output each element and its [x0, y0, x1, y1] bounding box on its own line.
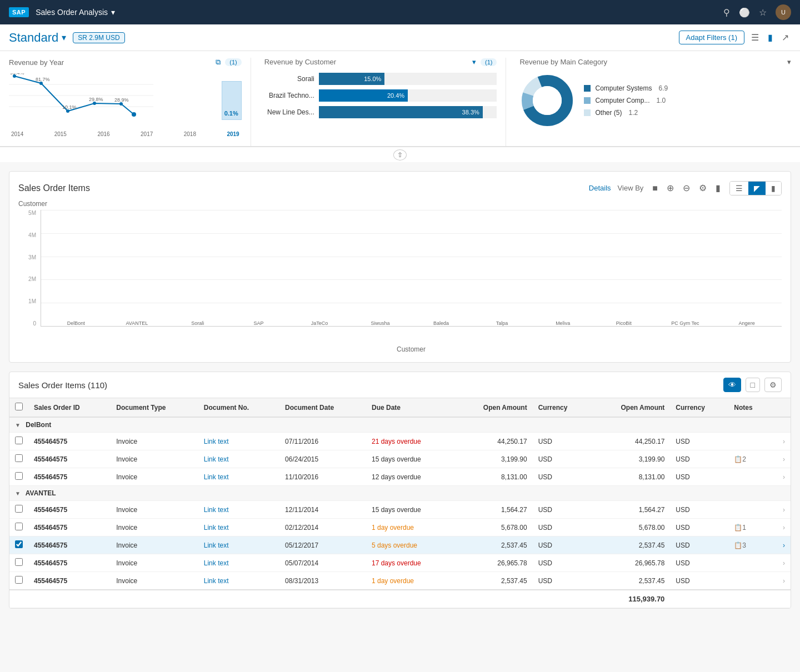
row-docdate: 06/24/2015	[279, 450, 366, 468]
zoom-out-icon[interactable]: ⊖	[681, 180, 692, 195]
row-type: Invoice	[111, 554, 198, 572]
doc-link[interactable]: Link text	[204, 559, 229, 567]
col-due-date: Due Date	[366, 398, 453, 417]
bar-delbont: DelBont	[63, 319, 89, 326]
avantel-expand-icon[interactable]: ▼	[15, 490, 21, 497]
collapse-icon: ⇧	[393, 149, 407, 161]
eye-button[interactable]: 👁	[723, 378, 741, 392]
bar-sorali: Sorali	[184, 319, 211, 326]
col-arrow	[771, 398, 791, 417]
eye-slash-button[interactable]: □	[746, 378, 760, 392]
app-title-chevron[interactable]: ▾	[111, 8, 115, 17]
revenue-by-category-panel: Revenue by Main Category ▾	[506, 58, 791, 146]
table-actions: 👁 □ ⚙	[723, 378, 782, 392]
category-chevron[interactable]: ▾	[787, 58, 791, 66]
row-arrow-icon[interactable]: ›	[783, 559, 785, 567]
view-title: Standard	[9, 31, 58, 45]
doc-link[interactable]: Link text	[204, 438, 229, 445]
row-arrow-icon[interactable]: ›	[783, 577, 785, 585]
doc-link[interactable]: Link text	[204, 473, 229, 481]
row-check-5[interactable]	[15, 523, 23, 530]
row-arrow-icon[interactable]: ›	[783, 524, 785, 531]
total-spacer	[9, 590, 591, 608]
avatar[interactable]: U	[776, 4, 791, 20]
revenue-by-year-panel: Revenue by Year ⧉ (1) 0.1%	[9, 58, 251, 146]
row-currency2: USD	[670, 554, 728, 572]
details-link[interactable]: Details	[589, 184, 611, 192]
customer-chevron[interactable]: ▾	[472, 58, 476, 66]
bell-icon[interactable]: ☆	[759, 7, 767, 18]
copy-icon[interactable]: ⧉	[216, 58, 221, 67]
customer-label-sorali: Sorali	[264, 75, 314, 83]
row-arrow-icon[interactable]: ›	[783, 506, 785, 514]
toggle-table-btn[interactable]: ☰	[730, 182, 748, 195]
toggle-grid-btn[interactable]: ◤	[748, 182, 766, 195]
row-openamt2: 1,564.27	[591, 501, 671, 519]
y-label-2m: 2M	[28, 276, 36, 282]
svg-text:28.9%: 28.9%	[114, 97, 129, 103]
legend-item-computer-comp: Computer Comp... 1.0	[584, 97, 668, 104]
person-icon[interactable]: ⚪	[739, 7, 750, 18]
row-currency2: USD	[670, 433, 728, 450]
revenue-by-year-title: Revenue by Year	[9, 58, 64, 67]
row-checkbox	[9, 501, 28, 519]
delbont-expand-icon[interactable]: ▼	[15, 422, 21, 428]
row-arrow-icon[interactable]: ›	[783, 473, 785, 481]
doc-link[interactable]: Link text	[204, 577, 229, 585]
row-checkbox	[9, 519, 28, 536]
export-button[interactable]: ↗	[779, 30, 791, 45]
chart-bar-icon[interactable]: ▮	[713, 180, 723, 195]
row-currency1: USD	[533, 536, 591, 554]
row-currency2: USD	[670, 501, 728, 519]
row-check-4[interactable]	[15, 505, 23, 513]
row-id: 455464575	[28, 433, 111, 450]
row-check-3[interactable]	[15, 472, 23, 480]
bar-label-pcgymtec: PC Gym Tec	[671, 320, 699, 326]
doc-link[interactable]: Link text	[204, 524, 229, 531]
collapse-toggle[interactable]: ⇧	[0, 147, 800, 162]
settings-button[interactable]: ⚙	[764, 378, 782, 392]
doc-link[interactable]: Link text	[204, 541, 229, 549]
row-check-1[interactable]	[15, 437, 23, 444]
doc-link[interactable]: Link text	[204, 455, 229, 463]
row-check-6[interactable]	[15, 540, 23, 548]
doc-link[interactable]: Link text	[204, 506, 229, 514]
search-icon[interactable]: ⚲	[723, 7, 730, 18]
row-notes	[728, 572, 771, 590]
row-arrow-icon[interactable]: ›	[783, 541, 785, 549]
view-chevron[interactable]: ▾	[62, 32, 66, 43]
row-arrow-icon[interactable]: ›	[783, 438, 785, 445]
customer-track-sorali: 15.0%	[319, 73, 497, 85]
row-arrow: ›	[771, 501, 791, 519]
col-document-no: Document No.	[198, 398, 279, 417]
row-docdate: 12/11/2014	[279, 501, 366, 519]
row-arrow-icon[interactable]: ›	[783, 455, 785, 463]
donut-svg	[519, 73, 575, 128]
settings-icon[interactable]: ⚙	[697, 180, 709, 195]
chart-view-button[interactable]: ▮	[766, 30, 775, 45]
chart-section-actions: Details View By ■ ⊕ ⊖ ⚙ ▮ ☰ ◤ ▮	[589, 180, 782, 195]
row-openamt1: 26,965.78	[453, 554, 533, 572]
toggle-chart-btn[interactable]: ▮	[766, 182, 781, 195]
zoom-in-icon[interactable]: ⊕	[664, 180, 676, 195]
analytics-section: Revenue by Year ⧉ (1) 0.1%	[0, 51, 800, 147]
row-type: Invoice	[111, 519, 198, 536]
customer-track-newline: 38.3%	[319, 106, 497, 118]
row-docdate: 07/11/2016	[279, 433, 366, 450]
customer-label-brazil: Brazil Techno...	[264, 92, 314, 99]
row-duedate: 17 days overdue	[366, 554, 453, 572]
row-duedate: 15 days overdue	[366, 450, 453, 468]
col-checkbox	[9, 398, 28, 417]
row-openamt1: 2,537.45	[453, 536, 533, 554]
row-check-7[interactable]	[15, 558, 23, 566]
row-check-2[interactable]	[15, 454, 23, 462]
row-check-8[interactable]	[15, 576, 23, 584]
adapt-filters-button[interactable]: Adapt Filters (1)	[679, 31, 744, 44]
table-icon[interactable]: ■	[650, 181, 660, 195]
bar-label-delbont: DelBont	[67, 320, 85, 326]
select-all-checkbox[interactable]	[15, 403, 23, 410]
bar-label-sap: SAP	[253, 320, 263, 326]
table-view-button[interactable]: ☰	[749, 30, 761, 45]
row-openamt2: 8,131.00	[591, 468, 671, 486]
row-currency2: USD	[670, 468, 728, 486]
